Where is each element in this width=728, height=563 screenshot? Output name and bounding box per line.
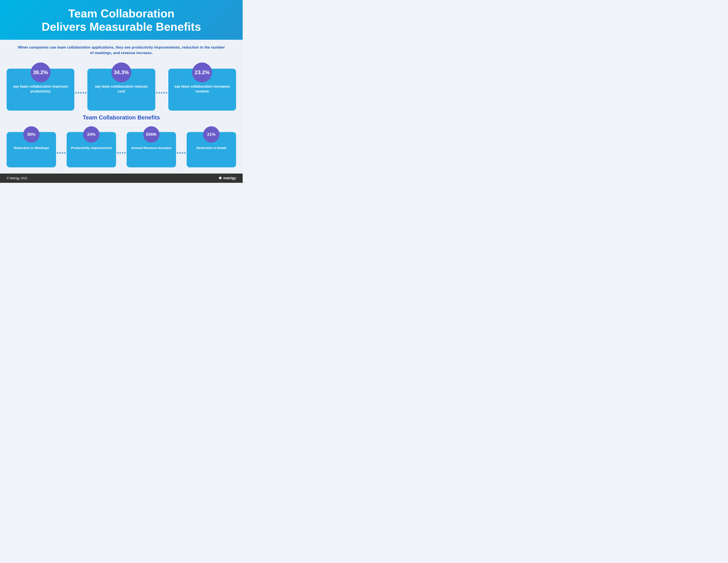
bottom-card-annual-revenue-text: Annual Revenue Increase	[131, 146, 172, 150]
stat-card-cost: 34.3% say team collaboration reduces cos…	[87, 69, 155, 111]
header-title: Team Collaboration Delivers Measurable B…	[9, 7, 234, 34]
dot-separator-1	[75, 85, 86, 94]
bottom-badge-email: 21%	[203, 126, 220, 143]
bottom-badge-annual-revenue: $368k	[143, 126, 159, 143]
dot-separator-2	[156, 85, 167, 94]
stat-card-productivity-text: say team collaboration improves producti…	[11, 84, 70, 94]
stat-card-revenue: 23.2% say team collaboration increases r…	[168, 69, 236, 111]
bottom-dot-separator-3	[177, 145, 186, 154]
badge-cost: 34.3%	[111, 62, 131, 82]
badge-productivity: 39.2%	[31, 62, 51, 82]
bottom-card-annual-revenue: $368k Annual Revenue Increase	[127, 132, 176, 167]
bottom-card-email-text: Reduction in Email	[196, 146, 226, 150]
stat-card-cost-text: say team collaboration reduces cost	[91, 84, 151, 94]
section-heading: Team Collaboration Benefits	[7, 114, 236, 121]
bottom-stats-row: 30% Reduction in Meetings 24% Productivi…	[7, 125, 236, 171]
badge-revenue: 23.2%	[192, 62, 212, 82]
top-stats-row: 39.2% say team collaboration improves pr…	[7, 60, 236, 113]
subtitle-text: When companies use team collaboration ap…	[18, 45, 225, 56]
metrigy-logo-icon: ❖	[218, 176, 222, 180]
bottom-card-productivity-text: Productivity Improvement	[71, 146, 112, 150]
bottom-card-meetings-text: Reduction in Meetings	[14, 146, 49, 150]
bottom-card-productivity: 24% Productivity Improvement	[67, 132, 116, 167]
subtitle-section: When companies use team collaboration ap…	[0, 40, 243, 58]
footer-brand: ❖ metrigy	[218, 176, 236, 180]
main-content: 39.2% say team collaboration improves pr…	[0, 58, 243, 173]
header: Team Collaboration Delivers Measurable B…	[0, 0, 243, 40]
bottom-dot-separator-2	[117, 145, 126, 154]
footer: © Metrigy 2021 ❖ metrigy	[0, 173, 243, 183]
bottom-card-email: 21% Reduction in Email	[187, 132, 236, 167]
bottom-card-meetings: 30% Reduction in Meetings	[7, 132, 56, 167]
stat-card-productivity: 39.2% say team collaboration improves pr…	[7, 69, 74, 111]
stat-card-revenue-text: say team collaboration increases revenue	[172, 84, 232, 94]
footer-copyright: © Metrigy 2021	[7, 176, 28, 180]
bottom-dot-separator-1	[57, 145, 66, 154]
bottom-badge-meetings: 30%	[23, 126, 39, 143]
bottom-badge-productivity: 24%	[83, 126, 99, 143]
footer-brand-name: metrigy	[223, 176, 236, 180]
